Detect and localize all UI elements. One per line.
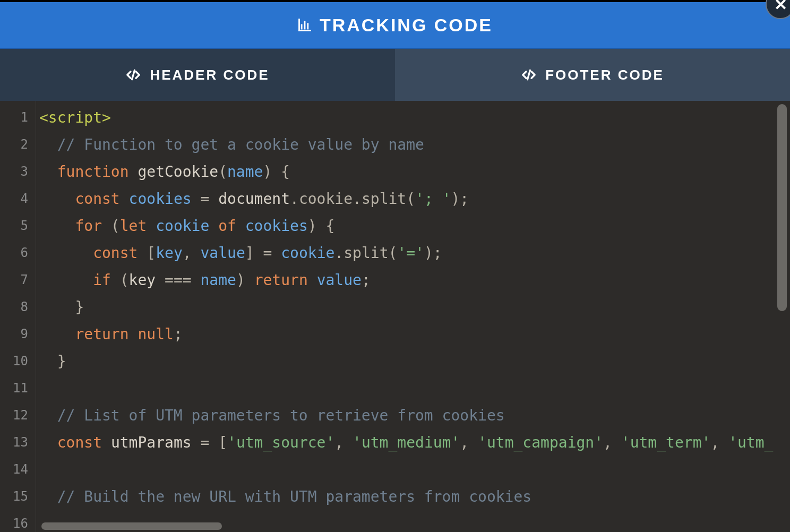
code-line[interactable]: const [key, value] = cookie.split('='); (39, 239, 790, 267)
line-number: 15 (0, 483, 28, 510)
svg-line-5 (132, 70, 135, 80)
line-number: 10 (0, 348, 28, 375)
horizontal-scrollbar[interactable] (41, 522, 222, 530)
tab-footer-code[interactable]: FOOTER CODE (395, 49, 790, 101)
line-number: 16 (0, 510, 28, 532)
line-number: 13 (0, 429, 28, 456)
modal-title: TRACKING CODE (297, 15, 493, 36)
code-icon (521, 67, 537, 83)
line-number: 8 (0, 294, 28, 321)
code-line[interactable]: // Build the new URL with UTM parameters… (39, 483, 790, 510)
bar-chart-icon (297, 18, 312, 32)
tab-header-label: HEADER CODE (150, 67, 269, 83)
code-line[interactable]: if (key === name) return value; (39, 267, 790, 294)
code-icon (125, 67, 141, 83)
tab-header-code[interactable]: HEADER CODE (0, 49, 395, 101)
line-number-gutter: 12345678910111213141516 (0, 101, 36, 532)
code-line[interactable]: // Function to get a cookie value by nam… (39, 131, 790, 158)
code-line[interactable]: for (let cookie of cookies) { (39, 212, 790, 239)
code-line[interactable]: } (39, 294, 790, 321)
code-line[interactable]: return null; (39, 321, 790, 348)
svg-line-6 (528, 70, 530, 80)
close-button[interactable]: ✕ (766, 0, 790, 19)
line-number: 6 (0, 239, 28, 267)
close-icon: ✕ (774, 0, 787, 14)
modal-title-text: TRACKING CODE (320, 15, 493, 36)
line-number: 2 (0, 131, 28, 158)
code-content[interactable]: <script> // Function to get a cookie val… (36, 101, 790, 532)
line-number: 14 (0, 456, 28, 483)
vertical-scrollbar[interactable] (777, 104, 787, 311)
tabs: HEADER CODE FOOTER CODE (0, 49, 790, 101)
line-number: 3 (0, 158, 28, 185)
code-line[interactable] (39, 456, 790, 483)
code-line[interactable]: // List of UTM parameters to retrieve fr… (39, 402, 790, 429)
code-line[interactable]: function getCookie(name) { (39, 158, 790, 185)
code-line[interactable]: const utmParams = ['utm_source', 'utm_me… (39, 429, 790, 456)
code-line[interactable]: const cookies = document.cookie.split(';… (39, 185, 790, 212)
line-number: 5 (0, 212, 28, 239)
line-number: 9 (0, 321, 28, 348)
line-number: 11 (0, 375, 28, 402)
line-number: 7 (0, 267, 28, 294)
code-line[interactable]: } (39, 348, 790, 375)
modal-header: TRACKING CODE ✕ (0, 2, 790, 49)
line-number: 1 (0, 104, 28, 131)
line-number: 12 (0, 402, 28, 429)
code-editor[interactable]: 12345678910111213141516 <script> // Func… (0, 101, 790, 532)
code-line[interactable]: <script> (39, 104, 790, 131)
tab-footer-label: FOOTER CODE (545, 67, 664, 83)
code-line[interactable] (39, 375, 790, 402)
line-number: 4 (0, 185, 28, 212)
